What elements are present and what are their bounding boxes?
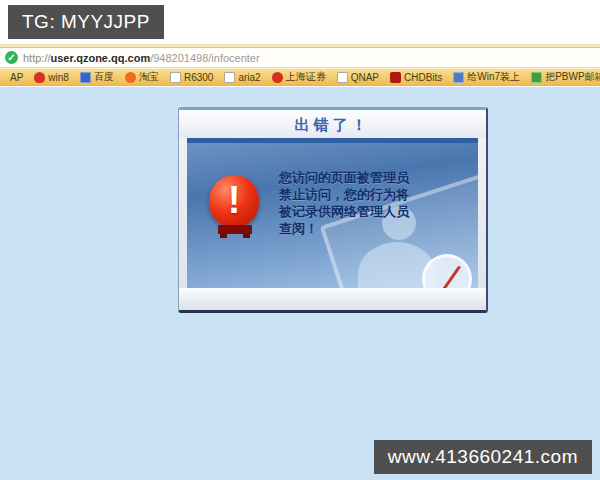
- bookmark-item[interactable]: win8: [34, 72, 69, 83]
- baidu-favicon-icon: [80, 72, 91, 83]
- bookmark-item[interactable]: R6300: [170, 72, 213, 83]
- bookmark-item[interactable]: AP: [0, 72, 23, 83]
- error-ball-base: [218, 225, 252, 234]
- page-favicon-icon: [337, 72, 348, 83]
- error-message: 您访问的页面被管理员 禁止访问，您的行为将 被记录供网络管理人员 查阅！: [279, 169, 469, 237]
- bookmark-label: AP: [10, 72, 23, 83]
- bookmark-item[interactable]: 给Win7装上: [453, 70, 520, 84]
- error-dialog-body: ! 您访问的页面被管理员 禁止访问，您的行为将 被记录供网络管理人员 查阅！: [187, 138, 478, 288]
- bookmark-label: 百度: [94, 70, 114, 84]
- bookmark-item[interactable]: 百度: [80, 70, 114, 84]
- bookmark-item[interactable]: 上海证券: [272, 70, 326, 84]
- error-dialog: 出错了！ ! 您访问的页面被管理员 禁止访问，您的行为将: [178, 107, 488, 313]
- error-message-line: 被记录供网络管理人员: [279, 203, 469, 220]
- url-domain: user.qzone.qq.com: [51, 52, 151, 64]
- page-content: 出错了！ ! 您访问的页面被管理员 禁止访问，您的行为将: [0, 87, 600, 480]
- bookmark-label: CHDBits: [404, 72, 442, 83]
- error-dialog-footer: [179, 288, 486, 310]
- site-watermark-label: www.413660241.com: [374, 440, 592, 474]
- red-circle-favicon-icon: [272, 72, 283, 83]
- error-message-line: 您访问的页面被管理员: [279, 169, 469, 186]
- bookmark-item[interactable]: aria2: [224, 72, 260, 83]
- photo-favicon-icon: [453, 72, 464, 83]
- bookmark-label: win8: [48, 72, 69, 83]
- chd-favicon-icon: [390, 72, 401, 83]
- url-scheme: http://: [23, 52, 51, 64]
- bookmark-item[interactable]: 淘宝: [125, 70, 159, 84]
- secure-check-icon: ✓: [5, 51, 18, 64]
- bookmark-item[interactable]: CHDBits: [390, 72, 442, 83]
- tg-watermark-label: TG: MYYJJPP: [8, 5, 164, 39]
- bookmark-label: QNAP: [351, 72, 379, 83]
- error-dialog-frame: ! 您访问的页面被管理员 禁止访问，您的行为将 被记录供网络管理人员 查阅！: [179, 138, 486, 288]
- taobao-favicon-icon: [125, 72, 136, 83]
- error-exclamation-icon: !: [209, 175, 261, 234]
- bookmark-label: 上海证券: [286, 70, 326, 84]
- bookmark-label: 淘宝: [139, 70, 159, 84]
- bookmark-item[interactable]: 把PBWP邮箱: [531, 70, 600, 84]
- compass-needle: [438, 265, 461, 288]
- red-badge-favicon-icon: [34, 72, 45, 83]
- bookmark-label: aria2: [238, 72, 260, 83]
- green-favicon-icon: [531, 72, 542, 83]
- url-path: /948201498/infocenter: [150, 52, 259, 64]
- none-favicon-icon: [0, 72, 7, 83]
- bookmark-label: 把PBWP邮箱: [545, 70, 600, 84]
- page-favicon-icon: [170, 72, 181, 83]
- bookmark-label: R6300: [184, 72, 213, 83]
- address-bar[interactable]: ✓ http://user.qzone.qq.com/948201498/inf…: [0, 48, 600, 68]
- url-text[interactable]: http://user.qzone.qq.com/948201498/infoc…: [23, 52, 260, 64]
- bookmark-item[interactable]: QNAP: [337, 72, 379, 83]
- page-favicon-icon: [224, 72, 235, 83]
- person-silhouette-body: [358, 242, 436, 288]
- compass-icon: [422, 254, 472, 288]
- bookmarks-bar: APwin8百度淘宝R6300aria2上海证券QNAPCHDBits给Win7…: [0, 68, 600, 86]
- error-ball-glyph: !: [209, 175, 259, 227]
- error-message-line: 查阅！: [279, 220, 469, 237]
- error-dialog-title: 出错了！: [179, 108, 486, 138]
- bookmark-label: 给Win7装上: [467, 70, 520, 84]
- error-message-line: 禁止访问，您的行为将: [279, 186, 469, 203]
- browser-chrome: ✓ http://user.qzone.qq.com/948201498/inf…: [0, 44, 600, 86]
